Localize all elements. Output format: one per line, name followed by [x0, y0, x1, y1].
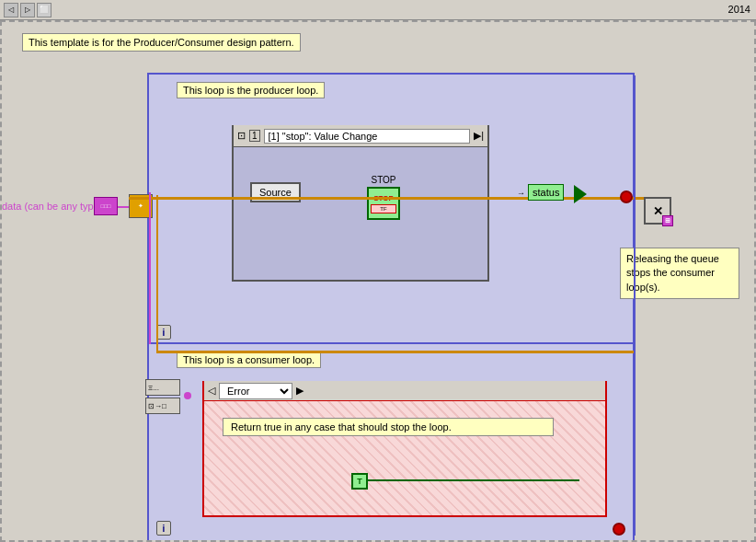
stop-indicator: TF [371, 204, 396, 213]
producer-label: This loop is the producer loop. [177, 82, 325, 98]
producer-loop: This loop is the producer loop. ✦ ⊡ 1 [1… [147, 73, 635, 349]
error-struct-header: ◁ Error ▶ [204, 381, 605, 401]
event-structure: ⊡ 1 [1] "stop": Value Change ▶| Source S… [232, 125, 489, 282]
true-constant: T [351, 473, 368, 490]
back-icon[interactable]: ◁ [4, 3, 18, 17]
gold-wire-v-left [156, 195, 158, 352]
info-badge-producer: i [156, 325, 171, 340]
error-selector[interactable]: Error [219, 383, 292, 399]
true-wire [368, 479, 579, 481]
stop-indicator-text: TF [380, 206, 386, 212]
error-struct: ◁ Error ▶ Return true in any case that s… [202, 381, 607, 517]
queue-note: Releasing the queue stops the consumer l… [620, 248, 739, 299]
blue-wire-v-right [634, 75, 636, 536]
bool-tunnel [574, 185, 587, 203]
error-back-arrow: ◁ [208, 385, 215, 397]
main-canvas: This template is for the Producer/Consum… [0, 20, 756, 542]
dequeue-icons: Ξ... ⊡→□ [145, 379, 180, 414]
consumer-loop: This loop is a consumer loop. Ξ... ⊡→□ ◁… [147, 342, 635, 542]
year-label: 2014 [728, 4, 750, 15]
status-box: status [528, 184, 564, 201]
stop-btn[interactable]: STOP TF [367, 187, 400, 220]
return-true-note: Return true in any case that should stop… [223, 418, 554, 436]
event-struct-header: ⊡ 1 [1] "stop": Value Change ▶| [234, 125, 487, 147]
event-arrow: ▶| [474, 130, 484, 142]
arrow-to-status: → [517, 189, 525, 198]
x-release-button[interactable]: ✕ ⊞ [644, 197, 671, 225]
toolbar-icons[interactable]: ◁ ▷ ⬜ [4, 3, 52, 17]
producer-wire-main [129, 197, 644, 200]
info-badge-consumer: i [156, 521, 171, 536]
event-index: 1 [249, 130, 260, 142]
consumer-wire-main [156, 351, 635, 353]
event-expand-icon: ⊡ [237, 130, 246, 142]
pink-wire-v-left [149, 192, 151, 344]
queue-icon: ⊞ [662, 215, 673, 226]
error-fwd-arrow: ▶ [296, 385, 304, 397]
title-bar: ◁ ▷ ⬜ 2014 [0, 0, 756, 20]
stop-label: STOP [367, 175, 400, 185]
template-note: This template is for the Producer/Consum… [22, 33, 301, 52]
data-label: data (can be any type) [2, 201, 102, 212]
dequeue-box: Ξ... [145, 379, 180, 396]
consumer-label: This loop is a consumer loop. [177, 352, 321, 368]
event-selector[interactable]: [1] "stop": Value Change [264, 129, 471, 144]
data-ctrl-box: □□□ [94, 197, 118, 215]
true-label: T [357, 477, 362, 486]
forward-icon[interactable]: ▷ [20, 3, 35, 17]
pink-dot [184, 392, 191, 399]
stop-circle-producer [620, 190, 633, 203]
status-area: → status [517, 187, 564, 198]
stop-run-icon[interactable]: ⬜ [37, 3, 52, 17]
stop-circle-consumer [613, 523, 625, 536]
dequeue-box2: ⊡→□ [145, 398, 180, 414]
